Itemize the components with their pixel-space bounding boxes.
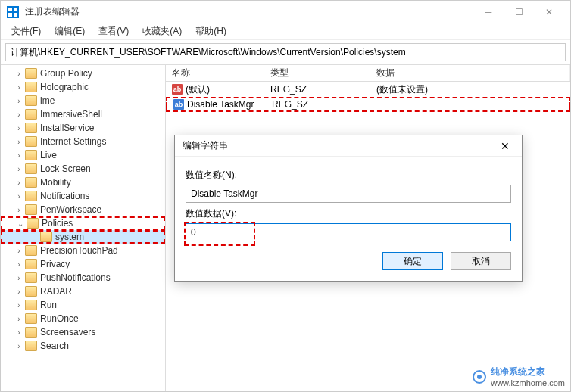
tree-item-system[interactable]: system [1,230,165,244]
list-header: 名称 类型 数据 [166,65,570,82]
tree-item-live[interactable]: ›Live [1,148,165,162]
chevron-right-icon[interactable]: › [14,164,23,173]
tree-item-immersiveshell[interactable]: ›ImmersiveShell [1,107,165,121]
dialog-buttons: 确定 取消 [175,243,522,281]
chevron-right-icon[interactable]: › [14,110,23,119]
tree-item-run[interactable]: ›Run [1,298,165,312]
tree-item-label: Notifications [40,191,89,201]
folder-icon [25,95,37,106]
folder-icon [25,163,37,174]
tree-item-pushnotifications[interactable]: ›PushNotifications [1,271,165,285]
tree-item-group-policy[interactable]: ›Group Policy [1,67,165,80]
folder-icon [25,313,37,324]
menu-view[interactable]: 查看(V) [92,23,135,39]
folder-icon [25,82,37,92]
tree-item-label: Privacy [40,259,70,269]
menu-file[interactable]: 文件(F) [5,23,47,39]
tree-item-label: PenWorkspace [40,204,101,215]
tree-item-installservice[interactable]: ›InstallService [1,121,165,135]
svg-rect-1 [14,8,17,11]
chevron-right-icon[interactable]: › [14,273,23,282]
chevron-right-icon[interactable]: › [14,82,23,92]
folder-icon [25,245,37,256]
chevron-right-icon[interactable]: › [14,260,23,269]
menu-help[interactable]: 帮助(H) [189,23,232,39]
chevron-right-icon[interactable]: › [14,96,23,105]
tree-item-label: Policies [42,218,73,229]
ok-button[interactable]: 确定 [382,252,443,270]
folder-icon [25,204,37,215]
chevron-right-icon [30,232,39,241]
tree-item-penworkspace[interactable]: ›PenWorkspace [1,203,165,216]
chevron-right-icon[interactable]: › [14,191,23,201]
tree-item-label: Internet Settings [40,136,106,147]
address-path: 计算机\HKEY_CURRENT_USER\SOFTWARE\Microsoft… [11,46,406,59]
tree-item-internet-settings[interactable]: ›Internet Settings [1,135,165,148]
chevron-right-icon[interactable]: › [14,151,23,160]
svg-rect-3 [14,13,17,17]
cell-type: REG_SZ [264,84,370,95]
close-button[interactable]: ✕ [534,1,564,23]
chevron-right-icon[interactable]: › [14,287,23,296]
col-header-name[interactable]: 名称 [166,65,264,81]
tree-item-notifications[interactable]: ›Notifications [1,189,165,203]
tree-item-runonce[interactable]: ›RunOnce [1,312,165,325]
col-header-type[interactable]: 类型 [264,65,370,81]
tree-item-label: PushNotifications [40,272,111,283]
tree-item-label: Group Policy [40,68,92,79]
tree-item-precisiontouchpad[interactable]: ›PrecisionTouchPad [1,244,165,257]
window-controls: ─ ☐ ✕ [473,1,564,23]
folder-icon [25,259,37,269]
tree-item-radar[interactable]: ›RADAR [1,285,165,298]
address-bar[interactable]: 计算机\HKEY_CURRENT_USER\SOFTWARE\Microsoft… [5,43,566,61]
chevron-right-icon[interactable]: › [14,123,23,132]
chevron-right-icon[interactable]: › [14,137,23,146]
chevron-right-icon[interactable]: › [14,178,23,187]
maximize-button[interactable]: ☐ [504,1,534,23]
watermark-logo-icon [473,370,486,384]
svg-rect-0 [8,8,12,11]
value-data-wrap [186,223,511,241]
tree-item-screensavers[interactable]: ›Screensavers [1,325,165,339]
cell-type: REG_SZ [266,99,372,110]
tree-item-lock-screen[interactable]: ›Lock Screen [1,162,165,176]
chevron-right-icon[interactable]: › [14,328,23,337]
chevron-right-icon[interactable]: › [14,205,23,214]
folder-icon [25,68,37,79]
watermark: 纯净系统之家 www.kzmhome.com [473,366,565,387]
tree-item-search[interactable]: ›Search [1,339,165,353]
folder-icon [25,286,37,297]
cancel-button[interactable]: 取消 [451,252,511,270]
chevron-right-icon[interactable]: › [14,300,23,310]
tree-item-label: RADAR [40,286,72,297]
col-header-data[interactable]: 数据 [370,65,570,81]
menu-favorites[interactable]: 收藏夹(A) [136,23,188,39]
chevron-right-icon[interactable]: › [14,246,23,255]
value-data-input[interactable] [186,223,511,241]
menu-edit[interactable]: 编辑(E) [48,23,91,39]
list-row[interactable]: abDisable TaskMgrREG_SZ [166,97,570,112]
tree-item-policies[interactable]: ⌄Policies [1,216,165,230]
tree-item-privacy[interactable]: ›Privacy [1,257,165,271]
tree-item-mobility[interactable]: ›Mobility [1,176,165,189]
cell-name: (默认) [186,83,210,96]
list-row[interactable]: ab(默认)REG_SZ(数值未设置) [166,82,570,97]
folder-icon [25,150,37,160]
watermark-text: 纯净系统之家 www.kzmhome.com [491,366,565,387]
minimize-button[interactable]: ─ [473,1,504,23]
chevron-right-icon[interactable]: › [14,314,23,323]
folder-icon [25,327,37,338]
tree-item-holographic[interactable]: ›Holographic [1,80,165,94]
tree-item-ime[interactable]: ›ime [1,94,165,107]
chevron-right-icon[interactable]: › [14,69,23,78]
tree-item-label: Run [40,300,57,310]
dialog-title-text: 编辑字符串 [183,139,496,152]
tree-item-label: Live [40,150,57,160]
chevron-right-icon[interactable]: › [14,341,23,350]
tree-item-label: Screensavers [40,327,95,338]
chevron-down-icon[interactable]: ⌄ [16,219,25,228]
tree-view[interactable]: ›Group Policy›Holographic›ime›ImmersiveS… [1,65,166,391]
tree-item-label: Lock Screen [40,163,91,174]
dialog-close-button[interactable]: ✕ [496,137,514,155]
tree-item-label: system [55,232,84,242]
